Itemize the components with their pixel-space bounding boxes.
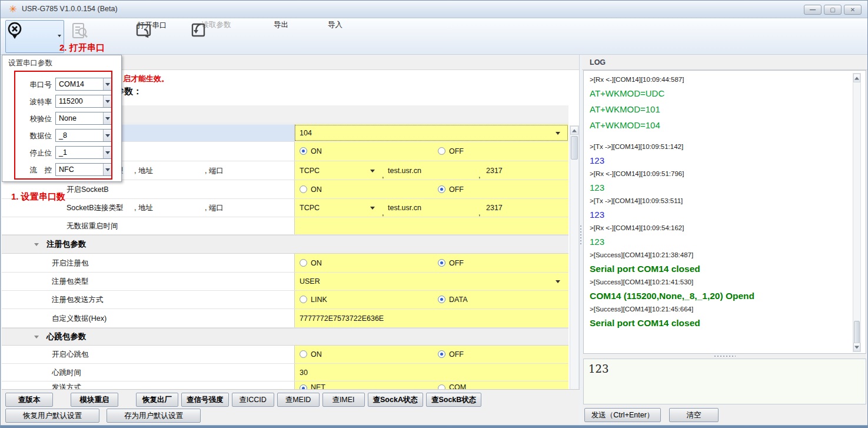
row-no-data-restart[interactable]: 无数据重启时间 — [2, 217, 568, 235]
chevron-down-icon — [370, 207, 375, 210]
log-line: 123 — [590, 234, 854, 250]
popup-field: 停止位 _1 — [2, 146, 121, 160]
row-socketb-enable[interactable]: 开启SocketB ON OFF — [2, 180, 568, 199]
query-button[interactable]: 查SockB状态 — [426, 393, 481, 407]
socketb-port-field[interactable]: 2317 — [486, 204, 503, 212]
close-button[interactable]: ✕ — [844, 5, 862, 15]
log-line: AT+WKMOD=UDC — [590, 85, 854, 101]
row-socketb-conn[interactable]: SocketB连接类型 , 地址 , 端口 TCPC , test.usr.cn… — [2, 199, 568, 217]
field-dropdown[interactable]: _1 — [55, 146, 112, 159]
log-line: COM14 (115200,None,_8,_1,20) Opend — [590, 288, 854, 304]
query-button[interactable]: 查信号强度 — [181, 393, 229, 407]
socketa-on-label: ON — [311, 147, 322, 155]
scrollbar-thumb[interactable] — [854, 321, 860, 343]
reg-off-radio[interactable] — [438, 259, 445, 267]
export-button[interactable]: 导出 — [135, 20, 177, 53]
field-label: 串口号 — [14, 80, 52, 90]
dropdown-button[interactable] — [103, 130, 112, 141]
collapse-arrow-icon[interactable] — [34, 336, 39, 339]
table-scrollbar[interactable] — [570, 125, 579, 428]
defaults-button[interactable]: 存为用户默认设置 — [107, 409, 201, 423]
socketb-type-dropdown[interactable]: TCPC — [300, 204, 320, 212]
dropdown-button[interactable] — [103, 164, 112, 175]
query-button[interactable]: 查版本 — [5, 393, 53, 407]
defaults-button[interactable]: 恢复用户默认设置 — [5, 409, 99, 423]
reg-on-radio[interactable] — [300, 259, 307, 267]
log-panel: LOG >[Rx <-][COM14][10:09:44:587]AT+WKMO… — [582, 55, 867, 427]
reg-data-radio[interactable] — [438, 296, 445, 303]
field-value: NFC — [59, 165, 74, 174]
socketa-on-radio[interactable] — [300, 147, 307, 155]
section-heartbeat[interactable]: 心跳包参数 — [2, 328, 568, 346]
dropdown-button[interactable] — [103, 95, 112, 107]
splitter-grip-icon — [580, 225, 581, 245]
scroll-up-icon[interactable] — [853, 74, 860, 82]
collapse-arrow-icon[interactable] — [34, 243, 39, 246]
row-hb-send-mode[interactable]: 发送方式 NET COM — [2, 381, 568, 389]
send-button[interactable]: 发送（Ctrl+Enter） — [584, 408, 661, 422]
minimize-button[interactable]: — — [804, 5, 822, 15]
socketa-off-radio[interactable] — [438, 147, 445, 155]
hb-com-radio[interactable] — [438, 384, 445, 390]
log-line: >[Tx ->][COM14][10:09:51:142] — [590, 141, 854, 152]
reg-link-radio[interactable] — [300, 296, 307, 303]
log-output[interactable]: >[Rx <-][COM14][10:09:44:587]AT+WKMOD=UD… — [583, 70, 866, 354]
field-dropdown[interactable]: NFC — [55, 163, 112, 176]
field-dropdown[interactable]: _8 — [55, 129, 112, 142]
chevron-down-icon — [556, 280, 560, 283]
splitter-grip-icon — [714, 356, 736, 357]
hb-off-radio[interactable] — [438, 350, 445, 358]
field-dropdown[interactable]: None — [55, 112, 112, 125]
dropdown-button[interactable] — [103, 112, 112, 124]
scroll-up-icon[interactable] — [570, 126, 578, 135]
socketa-type-dropdown[interactable]: TCPC — [300, 167, 320, 175]
clear-button[interactable]: 清空 — [669, 408, 719, 422]
reg-type-dropdown[interactable]: USER — [294, 273, 568, 290]
row-reg-custom-data[interactable]: 自定义数据(Hex) 7777772E7573722E636E — [2, 309, 568, 328]
socketb-addr-field[interactable]: test.usr.cn — [388, 204, 421, 212]
app-window: ✳ USR-G785 V1.0.0.154 (Beta) — ▢ ✕ 打开串口 — [0, 0, 868, 428]
settings-panel: 启才能生效。 参数： 104 ON OFF — [2, 55, 580, 427]
send-input[interactable] — [583, 359, 866, 404]
row-hb-time[interactable]: 心跳时间 30 — [2, 364, 568, 381]
query-button[interactable]: 查SockA状态 — [368, 393, 423, 407]
row-reg-type[interactable]: 注册包类型 USER — [2, 273, 568, 291]
dropdown-button[interactable] — [103, 147, 112, 158]
socketb-off-radio[interactable] — [438, 185, 445, 193]
log-line: Serial port COM14 closed — [590, 315, 854, 331]
reg-custom-data-field[interactable]: 7777772E7573722E636E — [294, 309, 568, 327]
socketa-port-field[interactable]: 2317 — [486, 167, 503, 175]
open-serial-dropdown-icon[interactable] — [58, 35, 61, 37]
query-button[interactable]: 查IMEI — [322, 393, 365, 407]
row-reg-enable[interactable]: 开启注册包 ON OFF — [2, 254, 568, 273]
dropdown-button[interactable] — [103, 78, 112, 90]
hb-on-radio[interactable] — [300, 350, 307, 358]
query-button[interactable]: 恢复出厂 — [136, 393, 178, 407]
popup-field: 流 控 NFC — [2, 163, 121, 177]
section-register-packet[interactable]: 注册包参数 — [2, 235, 568, 254]
import-button[interactable]: 导入 — [189, 20, 231, 53]
log-splitter[interactable] — [583, 354, 866, 359]
socketb-on-radio[interactable] — [300, 185, 307, 193]
hb-net-radio[interactable] — [300, 384, 307, 390]
log-scrollbar[interactable] — [853, 73, 861, 352]
socketa-addr-field[interactable]: test.usr.cn — [388, 167, 421, 175]
reg-send-value: LINK DATA — [294, 291, 568, 308]
workmode-dropdown[interactable]: 104 — [294, 124, 568, 141]
field-dropdown[interactable]: COM14 — [55, 78, 112, 91]
row-hb-enable[interactable]: 开启心跳包 ON OFF — [2, 346, 568, 364]
log-line — [590, 133, 854, 141]
no-data-restart-field[interactable] — [294, 217, 568, 234]
query-button[interactable]: 查MEID — [277, 393, 320, 407]
serial-settings-popup: 设置串口参数 串口号 COM14 波特率 115200 — [2, 55, 122, 182]
query-button[interactable]: 模块重启 — [71, 393, 118, 407]
row-reg-send-mode[interactable]: 注册包发送方式 LINK DATA — [2, 291, 568, 309]
field-value: _8 — [59, 131, 67, 140]
open-serial-button[interactable]: 打开串口 — [5, 20, 64, 53]
field-dropdown[interactable]: 115200 — [55, 95, 112, 108]
scrollbar-thumb[interactable] — [571, 136, 578, 160]
maximize-button[interactable]: ▢ — [824, 5, 842, 15]
scroll-down-icon[interactable] — [853, 343, 860, 351]
query-button[interactable]: 查ICCID — [232, 393, 274, 407]
hb-time-field[interactable]: 30 — [294, 364, 568, 381]
